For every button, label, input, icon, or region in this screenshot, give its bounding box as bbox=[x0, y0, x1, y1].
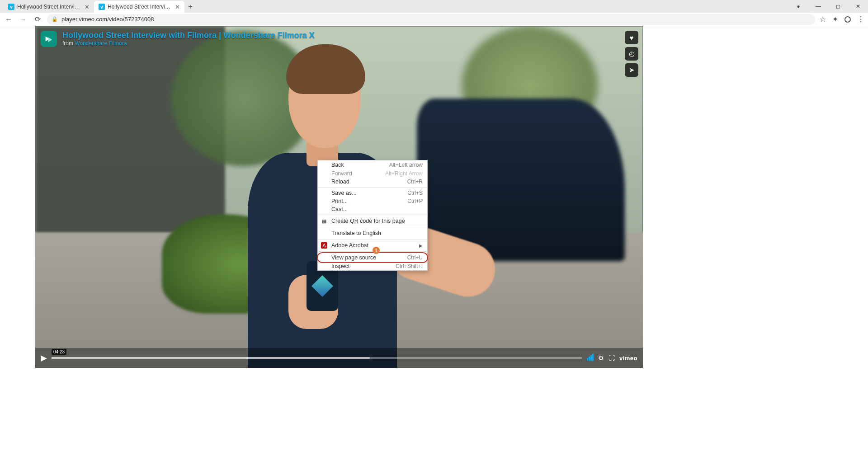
close-icon[interactable]: ✕ bbox=[175, 4, 180, 10]
browser-tab[interactable]: v Hollywood Street Interview with F ✕ bbox=[94, 1, 184, 13]
close-window-button[interactable]: ✕ bbox=[848, 0, 868, 13]
ctx-label: Forward bbox=[331, 170, 352, 177]
ctx-create-qr[interactable]: ▦ Create QR code for this page bbox=[318, 216, 427, 226]
profile-avatar-icon[interactable] bbox=[844, 16, 851, 23]
ctx-translate[interactable]: Translate to English bbox=[318, 229, 427, 238]
acrobat-icon: A bbox=[321, 242, 327, 249]
video-author-link[interactable]: Wondershare Filmora bbox=[75, 40, 127, 47]
url-text: player.vimeo.com/video/572374008 bbox=[61, 16, 154, 23]
volume-bars-icon[interactable] bbox=[586, 354, 594, 362]
share-icon: ➤ bbox=[629, 66, 635, 74]
reload-button[interactable]: ⟳ bbox=[33, 14, 42, 24]
ctx-back[interactable]: Back Alt+Left arrow bbox=[318, 160, 427, 169]
ctx-label: Cast... bbox=[331, 206, 348, 212]
ctx-label: Create QR code for this page bbox=[331, 218, 405, 224]
clock-icon: ◴ bbox=[629, 50, 635, 58]
ctx-label: Reload bbox=[331, 179, 349, 185]
vimeo-favicon-icon: v bbox=[8, 4, 14, 10]
ctx-forward: Forward Alt+Right Arrow bbox=[318, 169, 427, 178]
ctx-label: Save as... bbox=[331, 190, 357, 196]
ctx-shortcut: Ctrl+P bbox=[407, 198, 423, 204]
back-button[interactable]: ← bbox=[4, 14, 14, 24]
seek-bar[interactable]: 04:23 bbox=[52, 357, 582, 359]
buffer-progress bbox=[52, 357, 370, 359]
tab-title: Hollywood Street Interview with F bbox=[17, 4, 82, 10]
ctx-inspect[interactable]: Inspect Ctrl+Shift+I bbox=[318, 262, 427, 270]
ctx-shortcut: Ctrl+S bbox=[407, 190, 423, 196]
forward-button[interactable]: → bbox=[18, 14, 28, 24]
filmora-logo-icon[interactable] bbox=[41, 31, 57, 47]
minimize-button[interactable]: — bbox=[808, 0, 828, 13]
submenu-arrow-icon: ▶ bbox=[419, 243, 423, 248]
recording-indicator-icon[interactable]: ● bbox=[788, 0, 808, 13]
address-bar[interactable]: 🔒 player.vimeo.com/video/572374008 bbox=[47, 14, 815, 25]
ctx-label: Inspect bbox=[331, 263, 349, 269]
close-icon[interactable]: ✕ bbox=[85, 4, 90, 10]
ctx-save-as[interactable]: Save as... Ctrl+S bbox=[318, 189, 427, 197]
ctx-label: Adobe Acrobat bbox=[331, 242, 368, 249]
video-side-actions: ♥ ◴ ➤ bbox=[625, 31, 638, 77]
ctx-label: Translate to English bbox=[331, 230, 381, 236]
ctx-label: Print... bbox=[331, 198, 348, 204]
ctx-shortcut: Ctrl+R bbox=[407, 179, 423, 185]
share-button[interactable]: ➤ bbox=[625, 63, 638, 77]
play-icon: ▶ bbox=[41, 353, 47, 362]
ctx-separator bbox=[318, 215, 427, 215]
video-title[interactable]: Hollywood Street Interview with Filmora … bbox=[62, 31, 315, 40]
heart-icon: ♥ bbox=[630, 34, 634, 42]
ctx-label: View page source bbox=[331, 254, 376, 261]
ctx-shortcut: Ctrl+U bbox=[407, 254, 423, 261]
from-label: from bbox=[62, 40, 75, 47]
maximize-button[interactable]: ◻ bbox=[828, 0, 848, 13]
ctx-shortcut: Alt+Right Arrow bbox=[385, 170, 423, 177]
video-author-line: from Wondershare Filmora bbox=[62, 40, 315, 47]
fullscreen-icon[interactable]: ⛶ bbox=[609, 354, 615, 362]
settings-gear-icon[interactable]: ⚙ bbox=[598, 354, 604, 362]
tab-title: Hollywood Street Interview with F bbox=[108, 4, 172, 10]
video-controls: ▶ 04:23 ⚙ ⛶ vimeo bbox=[35, 348, 643, 368]
ctx-cast[interactable]: Cast... bbox=[318, 205, 427, 213]
context-menu: Back Alt+Left arrow Forward Alt+Right Ar… bbox=[317, 160, 428, 271]
ctx-separator bbox=[318, 239, 427, 240]
window-controls: ● — ◻ ✕ bbox=[788, 0, 868, 13]
bookmark-star-icon[interactable]: ☆ bbox=[820, 15, 826, 24]
browser-navbar: ← → ⟳ 🔒 player.vimeo.com/video/572374008… bbox=[0, 13, 868, 26]
qr-code-icon: ▦ bbox=[321, 218, 327, 224]
time-tooltip: 04:23 bbox=[52, 349, 66, 355]
ctx-view-page-source[interactable]: View page source Ctrl+U bbox=[318, 253, 427, 262]
ctx-label: Back bbox=[331, 162, 344, 168]
lock-icon: 🔒 bbox=[52, 16, 58, 22]
browser-tab[interactable]: v Hollywood Street Interview with F ✕ bbox=[4, 1, 94, 13]
ctx-separator bbox=[318, 187, 427, 188]
page-content: Hollywood Street Interview with Filmora … bbox=[0, 26, 868, 470]
svg-marker-1 bbox=[48, 37, 52, 42]
extensions-icon[interactable]: ✦ bbox=[832, 15, 838, 24]
play-button[interactable]: ▶ bbox=[41, 353, 47, 363]
ctx-shortcut: Alt+Left arrow bbox=[389, 162, 423, 168]
annotation-step-badge: 1 bbox=[373, 247, 380, 254]
ctx-print[interactable]: Print... Ctrl+P bbox=[318, 197, 427, 205]
ctx-reload[interactable]: Reload Ctrl+R bbox=[318, 178, 427, 186]
vimeo-logo[interactable]: vimeo bbox=[619, 355, 637, 362]
video-title-overlay: Hollywood Street Interview with Filmora … bbox=[41, 31, 315, 47]
like-button[interactable]: ♥ bbox=[625, 31, 638, 44]
watch-later-button[interactable]: ◴ bbox=[625, 47, 638, 61]
vimeo-favicon-icon: v bbox=[99, 4, 105, 10]
kebab-menu-icon[interactable]: ⋮ bbox=[857, 15, 864, 24]
ctx-shortcut: Ctrl+Shift+I bbox=[396, 263, 423, 269]
new-tab-button[interactable]: + bbox=[184, 1, 196, 13]
ctx-separator bbox=[318, 227, 427, 227]
browser-tabstrip: v Hollywood Street Interview with F ✕ v … bbox=[0, 0, 868, 13]
